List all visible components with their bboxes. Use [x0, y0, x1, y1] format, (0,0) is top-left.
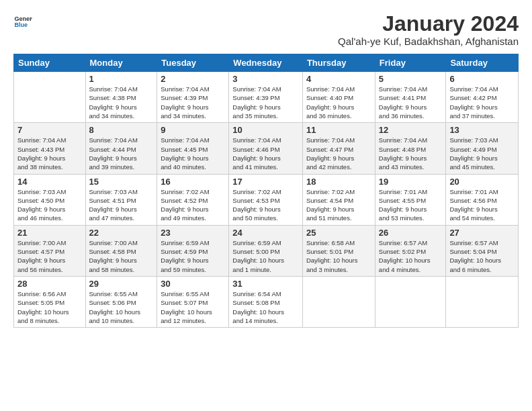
- day-number: 5: [379, 74, 443, 84]
- day-number: 11: [306, 125, 371, 135]
- page: General Blue January 2024 Qal'ah-ye Kuf,…: [0, 0, 532, 411]
- day-number: 9: [161, 125, 225, 135]
- day-info: Sunrise: 7:04 AM Sunset: 4:44 PM Dayligh…: [89, 136, 154, 171]
- day-info: Sunrise: 7:04 AM Sunset: 4:46 PM Dayligh…: [232, 136, 299, 171]
- day-info: Sunrise: 6:59 AM Sunset: 5:00 PM Dayligh…: [232, 238, 299, 274]
- day-number: 27: [449, 228, 515, 238]
- day-number: 18: [306, 177, 371, 187]
- day-info: Sunrise: 6:56 AM Sunset: 5:05 PM Dayligh…: [17, 289, 82, 325]
- day-number: 25: [306, 228, 371, 238]
- week-row-3: 21Sunrise: 7:00 AM Sunset: 4:57 PM Dayli…: [14, 225, 519, 276]
- day-number: 13: [449, 125, 515, 135]
- day-info: Sunrise: 7:02 AM Sunset: 4:54 PM Dayligh…: [306, 187, 371, 223]
- col-saturday: Saturday: [446, 54, 519, 72]
- table-row: 26Sunrise: 6:57 AM Sunset: 5:02 PM Dayli…: [375, 225, 446, 276]
- day-info: Sunrise: 7:04 AM Sunset: 4:47 PM Dayligh…: [306, 136, 371, 171]
- table-row: 6Sunrise: 7:04 AM Sunset: 4:42 PM Daylig…: [446, 72, 519, 123]
- table-row: 7Sunrise: 7:04 AM Sunset: 4:43 PM Daylig…: [14, 123, 86, 174]
- day-number: 23: [161, 228, 225, 238]
- day-info: Sunrise: 7:00 AM Sunset: 4:57 PM Dayligh…: [17, 238, 82, 274]
- table-row: 1Sunrise: 7:04 AM Sunset: 4:38 PM Daylig…: [85, 72, 157, 123]
- day-info: Sunrise: 6:58 AM Sunset: 5:01 PM Dayligh…: [306, 238, 371, 274]
- day-info: Sunrise: 6:57 AM Sunset: 5:04 PM Dayligh…: [449, 238, 515, 274]
- table-row: 8Sunrise: 7:04 AM Sunset: 4:44 PM Daylig…: [85, 123, 157, 174]
- day-number: 7: [17, 125, 82, 135]
- table-row: 31Sunrise: 6:54 AM Sunset: 5:08 PM Dayli…: [229, 276, 303, 327]
- table-row: 25Sunrise: 6:58 AM Sunset: 5:01 PM Dayli…: [302, 225, 375, 276]
- table-row: 28Sunrise: 6:56 AM Sunset: 5:05 PM Dayli…: [14, 276, 86, 327]
- table-row: 22Sunrise: 7:00 AM Sunset: 4:58 PM Dayli…: [85, 225, 157, 276]
- table-row: 14Sunrise: 7:03 AM Sunset: 4:50 PM Dayli…: [14, 174, 86, 225]
- day-info: Sunrise: 6:54 AM Sunset: 5:08 PM Dayligh…: [232, 289, 299, 325]
- day-info: Sunrise: 6:55 AM Sunset: 5:07 PM Dayligh…: [161, 289, 225, 325]
- day-info: Sunrise: 7:04 AM Sunset: 4:39 PM Dayligh…: [161, 85, 225, 120]
- table-row: 21Sunrise: 7:00 AM Sunset: 4:57 PM Dayli…: [14, 225, 86, 276]
- day-info: Sunrise: 7:04 AM Sunset: 4:45 PM Dayligh…: [161, 136, 225, 171]
- day-number: 28: [17, 279, 82, 289]
- day-info: Sunrise: 6:59 AM Sunset: 4:59 PM Dayligh…: [161, 238, 225, 274]
- day-info: Sunrise: 7:00 AM Sunset: 4:58 PM Dayligh…: [89, 238, 154, 274]
- day-number: 26: [379, 228, 443, 238]
- table-row: 13Sunrise: 7:03 AM Sunset: 4:49 PM Dayli…: [446, 123, 519, 174]
- day-number: 3: [232, 74, 299, 84]
- day-number: 20: [449, 177, 515, 187]
- table-row: 11Sunrise: 7:04 AM Sunset: 4:47 PM Dayli…: [302, 123, 375, 174]
- col-sunday: Sunday: [14, 54, 86, 72]
- table-row: 16Sunrise: 7:02 AM Sunset: 4:52 PM Dayli…: [157, 174, 229, 225]
- logo-icon: General Blue: [13, 12, 32, 31]
- day-number: 1: [89, 74, 154, 84]
- day-info: Sunrise: 7:01 AM Sunset: 4:55 PM Dayligh…: [379, 187, 443, 223]
- day-info: Sunrise: 7:02 AM Sunset: 4:52 PM Dayligh…: [161, 187, 225, 223]
- table-row: 9Sunrise: 7:04 AM Sunset: 4:45 PM Daylig…: [157, 123, 229, 174]
- day-number: 15: [89, 177, 154, 187]
- svg-text:Blue: Blue: [14, 21, 28, 28]
- table-row: 17Sunrise: 7:02 AM Sunset: 4:53 PM Dayli…: [229, 174, 303, 225]
- svg-text:General: General: [14, 15, 32, 22]
- day-number: 29: [89, 279, 154, 289]
- table-row: 3Sunrise: 7:04 AM Sunset: 4:39 PM Daylig…: [229, 72, 303, 123]
- week-row-4: 28Sunrise: 6:56 AM Sunset: 5:05 PM Dayli…: [14, 276, 519, 327]
- week-row-2: 14Sunrise: 7:03 AM Sunset: 4:50 PM Dayli…: [14, 174, 519, 225]
- table-row: [302, 276, 375, 327]
- calendar-table: Sunday Monday Tuesday Wednesday Thursday…: [13, 54, 519, 328]
- day-number: 17: [232, 177, 299, 187]
- week-row-0: 1Sunrise: 7:04 AM Sunset: 4:38 PM Daylig…: [14, 72, 519, 123]
- table-row: 27Sunrise: 6:57 AM Sunset: 5:04 PM Dayli…: [446, 225, 519, 276]
- table-row: 20Sunrise: 7:01 AM Sunset: 4:56 PM Dayli…: [446, 174, 519, 225]
- title-block: January 2024 Qal'ah-ye Kuf, Badakhshan, …: [338, 12, 519, 47]
- day-info: Sunrise: 7:04 AM Sunset: 4:39 PM Dayligh…: [232, 85, 299, 120]
- month-title: January 2024: [338, 12, 519, 36]
- day-info: Sunrise: 7:04 AM Sunset: 4:43 PM Dayligh…: [17, 136, 82, 171]
- day-number: 4: [306, 74, 371, 84]
- day-info: Sunrise: 7:03 AM Sunset: 4:50 PM Dayligh…: [17, 187, 82, 223]
- day-number: 2: [161, 74, 225, 84]
- day-info: Sunrise: 7:03 AM Sunset: 4:51 PM Dayligh…: [89, 187, 154, 223]
- col-thursday: Thursday: [302, 54, 375, 72]
- table-row: 19Sunrise: 7:01 AM Sunset: 4:55 PM Dayli…: [375, 174, 446, 225]
- week-row-1: 7Sunrise: 7:04 AM Sunset: 4:43 PM Daylig…: [14, 123, 519, 174]
- day-info: Sunrise: 7:04 AM Sunset: 4:41 PM Dayligh…: [379, 85, 443, 120]
- day-number: 6: [449, 74, 515, 84]
- day-number: 14: [17, 177, 82, 187]
- table-row: 30Sunrise: 6:55 AM Sunset: 5:07 PM Dayli…: [157, 276, 229, 327]
- day-number: 24: [232, 228, 299, 238]
- header-row: Sunday Monday Tuesday Wednesday Thursday…: [14, 54, 519, 72]
- day-number: 22: [89, 228, 154, 238]
- day-info: Sunrise: 7:04 AM Sunset: 4:38 PM Dayligh…: [89, 85, 154, 120]
- day-number: 12: [379, 125, 443, 135]
- day-info: Sunrise: 6:55 AM Sunset: 5:06 PM Dayligh…: [89, 289, 154, 325]
- table-row: 10Sunrise: 7:04 AM Sunset: 4:46 PM Dayli…: [229, 123, 303, 174]
- table-row: [446, 276, 519, 327]
- day-info: Sunrise: 7:03 AM Sunset: 4:49 PM Dayligh…: [449, 136, 515, 171]
- header: General Blue January 2024 Qal'ah-ye Kuf,…: [13, 12, 519, 47]
- table-row: 4Sunrise: 7:04 AM Sunset: 4:40 PM Daylig…: [302, 72, 375, 123]
- day-number: 8: [89, 125, 154, 135]
- table-row: 18Sunrise: 7:02 AM Sunset: 4:54 PM Dayli…: [302, 174, 375, 225]
- logo: General Blue: [13, 12, 32, 31]
- day-info: Sunrise: 7:04 AM Sunset: 4:48 PM Dayligh…: [379, 136, 443, 171]
- day-info: Sunrise: 6:57 AM Sunset: 5:02 PM Dayligh…: [379, 238, 443, 274]
- table-row: 15Sunrise: 7:03 AM Sunset: 4:51 PM Dayli…: [85, 174, 157, 225]
- col-monday: Monday: [85, 54, 157, 72]
- day-number: 30: [161, 279, 225, 289]
- subtitle: Qal'ah-ye Kuf, Badakhshan, Afghanistan: [338, 36, 519, 47]
